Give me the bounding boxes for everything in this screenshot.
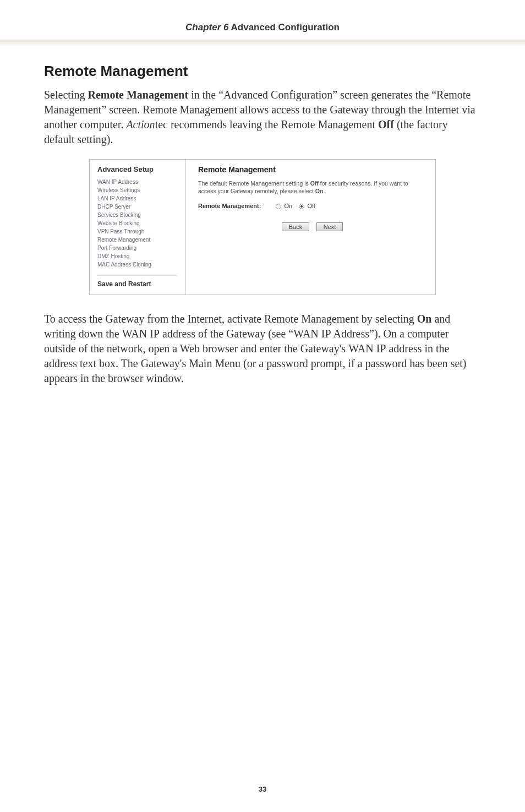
paragraph-1: Selecting Remote Management in the “Adva… (44, 88, 481, 147)
nav-dhcp[interactable]: DHCP Server (97, 204, 178, 210)
desc-p3: . (323, 188, 325, 194)
p2-sc3: WAN IP (348, 342, 386, 355)
p1-t3: tec recommends leaving the Remote Manage… (155, 118, 378, 130)
nav-dmz[interactable]: DMZ Hosting (97, 253, 178, 259)
desc-p1: The default Remote Management setting is (198, 180, 310, 187)
desc-b1: Off (310, 180, 319, 187)
p2-t3: address of the Gateway (see “ (160, 328, 293, 340)
button-row: Back Next (198, 221, 426, 231)
p2-sc1: WAN IP (122, 328, 160, 340)
nav-services-blocking[interactable]: Services Blocking (97, 212, 178, 218)
next-button[interactable]: Next (316, 222, 343, 231)
p1-t1: Selecting (44, 89, 88, 101)
radio-on[interactable] (276, 204, 281, 209)
p2-t1: To access the Gateway from the Internet,… (44, 313, 417, 325)
section-title: Remote Management (44, 63, 481, 80)
radio-on-label: On (284, 203, 292, 209)
p1-i1: Action (126, 118, 155, 130)
sidebar-title: Advanced Setup (97, 165, 178, 173)
nav-port-fwd[interactable]: Port Forwarding (97, 245, 178, 251)
p2-b1: On (417, 313, 432, 325)
field-label: Remote Management: (198, 203, 261, 209)
page-number: 33 (0, 785, 525, 793)
page-header: Chapter 6 Advanced Configuration (0, 0, 525, 40)
back-button[interactable]: Back (282, 222, 309, 231)
paragraph-2: To access the Gateway from the Internet,… (44, 312, 481, 386)
content-area: Remote Management Selecting Remote Manag… (0, 46, 525, 386)
radio-off[interactable] (299, 204, 304, 209)
nav-website-blocking[interactable]: Website Blocking (97, 220, 178, 226)
p1-b1: Remote Management (88, 89, 188, 101)
save-and-restart-link[interactable]: Save and Restart (97, 275, 178, 288)
header-shadow (0, 41, 525, 46)
chapter-label: Chapter 6 (185, 22, 228, 32)
chapter-title: Advanced Configuration (228, 22, 340, 32)
sidebar-nav: WAN IP Address Wireless Settings LAN IP … (97, 179, 178, 268)
p2-sc2: WAN IP (293, 328, 331, 340)
screenshot-description: The default Remote Management setting is… (198, 179, 426, 195)
screenshot-main-title: Remote Management (198, 165, 426, 174)
nav-mac-clone[interactable]: MAC Address Cloning (97, 261, 178, 268)
remote-management-field: Remote Management: On Off (198, 203, 426, 209)
p1-b2: Off (378, 118, 394, 130)
nav-wan-ip[interactable]: WAN IP Address (97, 179, 178, 185)
desc-b2: On (315, 188, 324, 194)
nav-vpn-pass[interactable]: VPN Pass Through (97, 228, 178, 235)
embedded-screenshot: Advanced Setup WAN IP Address Wireless S… (89, 159, 436, 295)
nav-wireless[interactable]: Wireless Settings (97, 187, 178, 193)
screenshot-main: Remote Management The default Remote Man… (186, 160, 435, 295)
screenshot-sidebar: Advanced Setup WAN IP Address Wireless S… (90, 160, 186, 295)
nav-lan-ip[interactable]: LAN IP Address (97, 195, 178, 201)
nav-remote-mgmt[interactable]: Remote Management (97, 237, 178, 243)
radio-off-label: Off (307, 203, 315, 209)
